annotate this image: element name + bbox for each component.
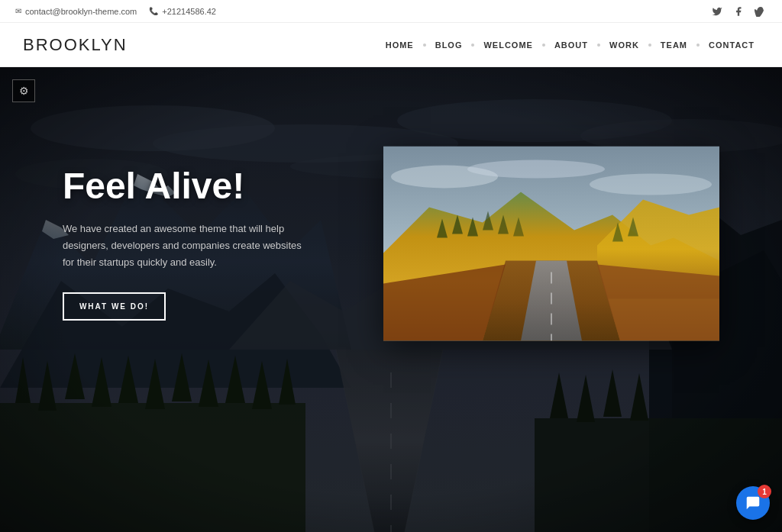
nav-about[interactable]: ABOUT (550, 37, 593, 53)
top-bar-contacts: ✉ contact@brooklyn-theme.com 📞 +21214586… (15, 7, 216, 16)
social-links: V (710, 5, 767, 18)
cta-button[interactable]: WHAT WE DO! (63, 292, 166, 321)
svg-point-40 (467, 160, 605, 179)
email-text: contact@brooklyn-theme.com (25, 7, 137, 16)
settings-button[interactable]: ⚙ (12, 79, 35, 102)
chat-badge: 1 (758, 485, 771, 498)
top-bar: ✉ contact@brooklyn-theme.com 📞 +21214586… (0, 0, 782, 23)
logo[interactable]: BROOKLYN (23, 35, 128, 55)
nav-dot-3 (542, 44, 545, 47)
nav-dot-1 (423, 44, 426, 47)
nav-contact[interactable]: CONTACT (704, 37, 759, 53)
card-image (383, 147, 719, 341)
logo-part2: LYN (91, 35, 127, 54)
nav-dot-2 (471, 44, 474, 47)
nav-work[interactable]: WORK (605, 37, 644, 53)
hero-content: Feel Alive! We have created an awesome t… (63, 166, 307, 321)
hero-subtitle: We have created an awesome theme that wi… (63, 221, 307, 271)
nav-dot-5 (648, 44, 651, 47)
logo-part1: BROOK (23, 35, 91, 54)
twitter-icon[interactable] (710, 5, 724, 18)
phone-icon: 📞 (149, 7, 158, 15)
nav-team[interactable]: TEAM (656, 37, 692, 53)
nav-dot-6 (696, 44, 700, 47)
vimeo-icon[interactable]: V (753, 5, 767, 18)
gear-icon: ⚙ (19, 85, 29, 97)
email-contact: ✉ contact@brooklyn-theme.com (15, 7, 137, 16)
hero-image-card (383, 147, 719, 341)
nav-blog[interactable]: BLOG (431, 37, 467, 53)
header: BROOKLYN HOME BLOG WELCOME ABOUT WORK TE… (0, 23, 782, 67)
hero-title: Feel Alive! (63, 166, 307, 207)
phone-contact: 📞 +21214586.42 (149, 7, 216, 16)
svg-text:V: V (756, 9, 759, 14)
hero-section: ⚙ Feel Alive! We have created an awesome… (0, 67, 782, 532)
nav-home[interactable]: HOME (381, 37, 418, 53)
nav-dot-4 (597, 44, 600, 47)
chat-widget[interactable]: 1 (736, 486, 770, 520)
nav-welcome[interactable]: WELCOME (479, 37, 537, 53)
main-nav: HOME BLOG WELCOME ABOUT WORK TEAM CONTAC… (381, 37, 759, 53)
svg-point-41 (590, 174, 712, 195)
facebook-icon[interactable] (732, 5, 745, 18)
phone-text: +21214586.42 (162, 7, 216, 16)
chat-icon (745, 495, 761, 511)
email-icon: ✉ (15, 7, 21, 15)
